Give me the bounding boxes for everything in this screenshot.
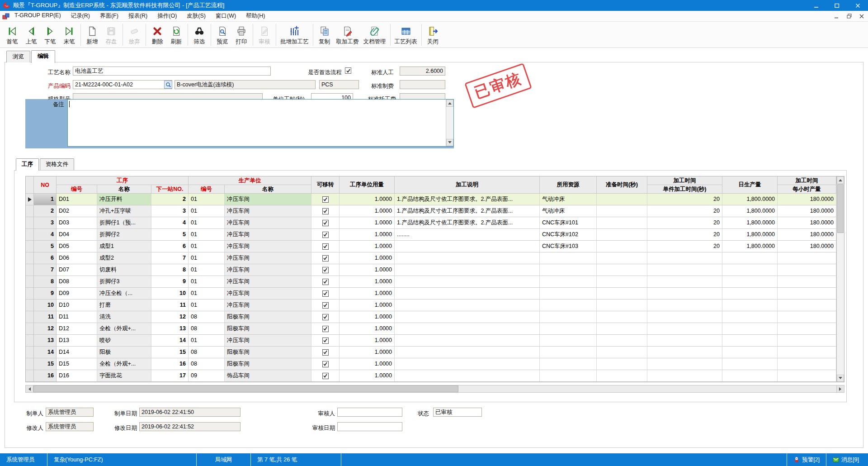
cell-daily-output[interactable] bbox=[722, 276, 778, 288]
table-row[interactable]: 10 D10 打磨 11 01 冲压车间 1.0000 bbox=[26, 300, 836, 311]
cell-daily-output[interactable] bbox=[722, 288, 778, 300]
movable-checkbox[interactable] bbox=[322, 314, 329, 320]
cell-process-code[interactable]: D13 bbox=[57, 335, 97, 347]
cell-unit-name[interactable]: 冲压车间 bbox=[225, 205, 311, 217]
create-date-field[interactable] bbox=[139, 408, 241, 417]
cell-next-station[interactable]: 7 bbox=[151, 252, 189, 264]
cell-process-name[interactable]: 字面批花 bbox=[97, 370, 151, 382]
cell-process-name[interactable]: 冲孔+压字唛 bbox=[97, 205, 151, 217]
table-row[interactable]: 15 D15 全检（外观+... 16 08 阳极车间 1.0000 bbox=[26, 358, 836, 370]
cell-no[interactable]: 3 bbox=[34, 217, 57, 229]
cell-resource[interactable] bbox=[540, 264, 597, 276]
cell-process-name[interactable]: 切废料 bbox=[97, 264, 151, 276]
cell-next-station[interactable]: 12 bbox=[151, 311, 189, 323]
cell-hourly-output[interactable] bbox=[778, 311, 836, 323]
cell-hourly-output[interactable] bbox=[778, 370, 836, 382]
cell-instruction[interactable] bbox=[395, 241, 540, 252]
cell-process-code[interactable]: D04 bbox=[57, 229, 97, 241]
cell-no[interactable]: 6 bbox=[34, 252, 57, 264]
header-movable[interactable]: 可移转 bbox=[311, 176, 340, 194]
cell-instruction[interactable] bbox=[395, 358, 540, 370]
main-tab[interactable]: 编辑 bbox=[31, 50, 55, 63]
header-unit-group[interactable]: 生产单位 bbox=[189, 176, 311, 185]
cell-prep-time[interactable] bbox=[597, 370, 647, 382]
cell-prep-time[interactable] bbox=[597, 205, 647, 217]
cell-process-name[interactable]: 冲压全检（... bbox=[97, 288, 151, 300]
header-prep-time[interactable]: 准备时间(秒) bbox=[597, 176, 647, 194]
cell-unit-proc-time[interactable] bbox=[647, 358, 722, 370]
toolbar-button[interactable]: 批增加工艺 bbox=[278, 23, 311, 47]
menu-item[interactable]: 操作(O) bbox=[157, 12, 177, 20]
cell-process-name[interactable]: 阳极 bbox=[97, 347, 151, 358]
cell-unit-proc-time[interactable]: 20 bbox=[647, 217, 722, 229]
cell-daily-output[interactable]: 1,800.0000 bbox=[722, 241, 778, 252]
table-row[interactable]: 8 D08 折脚仔3 9 01 冲压车间 1.0000 bbox=[26, 276, 836, 288]
cell-resource[interactable] bbox=[540, 323, 597, 335]
toolbar-button[interactable]: 打印 bbox=[232, 23, 251, 47]
cell-process-name[interactable]: 打磨 bbox=[97, 300, 151, 311]
cell-process-name[interactable]: 冲压开料 bbox=[97, 194, 151, 205]
cell-unit-name[interactable]: 冲压车间 bbox=[225, 241, 311, 252]
cell-daily-output[interactable]: 1,800.0000 bbox=[722, 194, 778, 205]
cell-hourly-output[interactable] bbox=[778, 276, 836, 288]
cell-resource[interactable]: CNC车床#101 bbox=[540, 217, 597, 229]
header-next-station[interactable]: 下一站NO. bbox=[151, 185, 189, 194]
table-row[interactable]: 7 D07 切废料 8 01 冲压车间 1.0000 bbox=[26, 264, 836, 276]
cell-unit-name[interactable]: 冲压车间 bbox=[225, 276, 311, 288]
cell-next-station[interactable]: 17 bbox=[151, 370, 189, 382]
cell-no[interactable]: 11 bbox=[34, 311, 57, 323]
scroll-down-button[interactable] bbox=[446, 139, 453, 146]
cell-instruction[interactable] bbox=[395, 323, 540, 335]
movable-checkbox[interactable] bbox=[322, 290, 329, 297]
cell-process-name[interactable]: 折脚仔1（预... bbox=[97, 217, 151, 229]
mdi-close-button[interactable] bbox=[855, 11, 868, 21]
cell-instruction[interactable] bbox=[395, 288, 540, 300]
cell-resource[interactable] bbox=[540, 335, 597, 347]
cell-unit-name[interactable]: 冲压车间 bbox=[225, 288, 311, 300]
table-row[interactable]: 2 D02 冲孔+压字唛 3 01 冲压车间 1.0000 1.产品结构及尺寸依… bbox=[26, 205, 836, 217]
cell-unit-usage[interactable]: 1.0000 bbox=[340, 335, 395, 347]
cell-instruction[interactable]: 1.产品结构及尺寸依工序图要求。2.产品表面... bbox=[395, 194, 540, 205]
cell-resource[interactable]: CNC车床#103 bbox=[540, 241, 597, 252]
toolbar-button[interactable]: 预览 bbox=[213, 23, 232, 47]
movable-checkbox[interactable] bbox=[322, 220, 329, 226]
cell-next-station[interactable]: 13 bbox=[151, 323, 189, 335]
maximize-button[interactable] bbox=[826, 0, 847, 11]
toolbar-button[interactable]: 存盘 bbox=[102, 23, 121, 47]
cell-daily-output[interactable] bbox=[722, 347, 778, 358]
cell-daily-output[interactable] bbox=[722, 358, 778, 370]
cell-unit-name[interactable]: 冲压车间 bbox=[225, 194, 311, 205]
toolbar-button[interactable]: 上笔 bbox=[22, 23, 41, 47]
cell-unit-code[interactable]: 01 bbox=[189, 276, 225, 288]
cell-daily-output[interactable] bbox=[722, 370, 778, 382]
cell-no[interactable]: 15 bbox=[34, 358, 57, 370]
cell-process-name[interactable]: 折脚仔2 bbox=[97, 229, 151, 241]
cell-process-code[interactable]: D02 bbox=[57, 205, 97, 217]
cell-hourly-output[interactable] bbox=[778, 252, 836, 264]
cell-unit-code[interactable]: 09 bbox=[189, 370, 225, 382]
cell-prep-time[interactable] bbox=[597, 311, 647, 323]
cell-unit-code[interactable]: 08 bbox=[189, 311, 225, 323]
toolbar-button[interactable]: 筛选 bbox=[190, 23, 209, 47]
header-proc-time-group-b[interactable]: 加工时间 bbox=[778, 176, 836, 185]
toolbar-button[interactable]: 工艺列表 bbox=[392, 23, 420, 47]
cell-next-station[interactable]: 3 bbox=[151, 205, 189, 217]
cell-unit-name[interactable]: 冲压车间 bbox=[225, 300, 311, 311]
cell-daily-output[interactable]: 1,800.0000 bbox=[722, 229, 778, 241]
table-row[interactable]: 5 D05 成型1 6 01 冲压车间 1.0000 CNC车床#103 bbox=[26, 241, 836, 252]
cell-hourly-output[interactable] bbox=[778, 347, 836, 358]
toolbar-button[interactable]: 新增 bbox=[83, 23, 102, 47]
cell-instruction[interactable] bbox=[395, 335, 540, 347]
cell-unit-usage[interactable]: 1.0000 bbox=[340, 288, 395, 300]
cell-process-name[interactable]: 喷砂 bbox=[97, 335, 151, 347]
movable-checkbox[interactable] bbox=[322, 326, 329, 332]
movable-checkbox[interactable] bbox=[322, 349, 329, 356]
cell-resource[interactable] bbox=[540, 370, 597, 382]
cell-hourly-output[interactable]: 180.0000 bbox=[778, 229, 836, 241]
cell-no[interactable]: 4 bbox=[34, 229, 57, 241]
cell-unit-code[interactable]: 01 bbox=[189, 229, 225, 241]
movable-checkbox[interactable] bbox=[322, 302, 329, 309]
menu-item[interactable]: 界面(F) bbox=[100, 12, 118, 20]
cell-process-name[interactable]: 清洗 bbox=[97, 311, 151, 323]
cell-process-code[interactable]: D10 bbox=[57, 300, 97, 311]
